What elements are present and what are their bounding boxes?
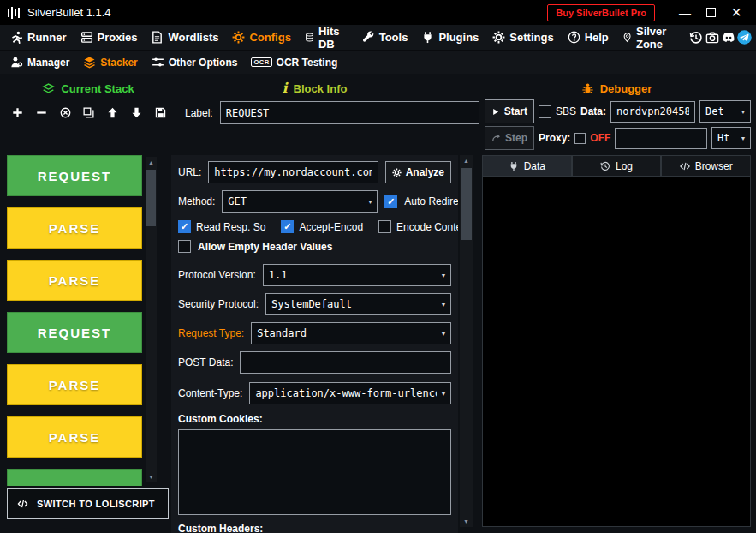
add-block-button[interactable] bbox=[7, 101, 28, 123]
analyze-button[interactable]: Analyze bbox=[385, 161, 451, 183]
content-type-dropdown[interactable]: application/x-www-form-urlencoc ▼ bbox=[249, 382, 451, 404]
tab-data[interactable]: Data bbox=[482, 155, 572, 177]
menu-item-proxies[interactable]: Proxies bbox=[74, 25, 145, 50]
tab-browser[interactable]: Browser bbox=[661, 155, 751, 177]
circle-x-icon bbox=[60, 104, 71, 122]
debug-data-input[interactable] bbox=[610, 101, 695, 123]
save-config-button[interactable] bbox=[150, 101, 171, 123]
menu-label: Settings bbox=[509, 31, 553, 44]
stack-block-parse[interactable]: PARSE bbox=[7, 260, 142, 301]
history-button[interactable] bbox=[688, 25, 704, 50]
auto-redirect-checkbox[interactable] bbox=[384, 195, 397, 208]
tab-label: Log bbox=[616, 160, 633, 172]
menu-item-help[interactable]: Help bbox=[561, 25, 616, 50]
start-button[interactable]: Start bbox=[485, 99, 534, 123]
security-protocol-dropdown[interactable]: SystemDefault ▼ bbox=[265, 293, 451, 315]
post-data-input[interactable] bbox=[240, 351, 451, 374]
submenu-label: OCR Testing bbox=[277, 57, 338, 69]
proxy-label: Proxy: bbox=[539, 132, 570, 144]
scroll-up-icon[interactable]: ▲ bbox=[146, 157, 157, 168]
switch-to-loliscript-button[interactable]: SWITCH TO LOLISCRIPT bbox=[7, 488, 169, 519]
step-button[interactable]: Step bbox=[485, 126, 534, 150]
debugger-row-step: Step Proxy: OFF Ht ▼ bbox=[485, 126, 751, 150]
scrollbar-thumb[interactable] bbox=[461, 168, 472, 240]
encode-content-checkbox[interactable] bbox=[378, 220, 391, 233]
close-button[interactable]: × bbox=[723, 2, 749, 24]
menu-label: Plugins bbox=[438, 31, 479, 44]
scrollbar-track[interactable] bbox=[146, 168, 156, 471]
scroll-down-icon[interactable]: ▼ bbox=[146, 471, 157, 482]
stack-block-parse[interactable]: PARSE bbox=[7, 416, 142, 458]
request-type-dropdown[interactable]: Standard ▼ bbox=[251, 322, 451, 344]
debugger-output-panel bbox=[482, 176, 751, 527]
proxy-status: OFF bbox=[590, 132, 610, 144]
telegram-button[interactable] bbox=[736, 25, 753, 50]
scrollbar-thumb[interactable] bbox=[146, 170, 156, 226]
menu-item-configs[interactable]: Configs bbox=[225, 25, 297, 50]
scroll-down-icon[interactable]: ▼ bbox=[460, 516, 473, 527]
stack-block-parse[interactable]: PARSE bbox=[7, 207, 142, 249]
stack-block-request[interactable]: REQUEST bbox=[7, 155, 142, 196]
move-up-button[interactable] bbox=[102, 101, 123, 123]
submenu-item-ocr-testing[interactable]: OCROCR Testing bbox=[244, 51, 344, 74]
read-resp-checkbox[interactable] bbox=[178, 220, 191, 233]
current-stack-title: Current Stack bbox=[61, 82, 134, 95]
menu-item-silver-zone[interactable]: Silver Zone bbox=[616, 25, 688, 50]
stack-block-request[interactable]: REQUEST bbox=[7, 469, 142, 486]
auto-redirect-label: Auto Redirect bbox=[404, 195, 458, 207]
stack-block-request[interactable]: REQUEST bbox=[7, 312, 142, 353]
clone-block-button[interactable] bbox=[78, 101, 99, 123]
submenu-label: Manager bbox=[27, 57, 69, 69]
debugger-header: Debugger bbox=[482, 79, 751, 98]
tab-log[interactable]: Log bbox=[572, 155, 662, 177]
menu-item-tools[interactable]: Tools bbox=[355, 25, 415, 50]
window-controls: — × bbox=[672, 2, 749, 24]
start-label: Start bbox=[504, 105, 527, 117]
buy-pro-button[interactable]: Buy SilverBullet Pro bbox=[547, 4, 655, 21]
proxy-type-dropdown[interactable]: Ht ▼ bbox=[711, 127, 751, 149]
label-field-input[interactable] bbox=[220, 101, 479, 124]
proxy-input[interactable] bbox=[615, 128, 707, 149]
allow-empty-headers-checkbox[interactable] bbox=[178, 240, 191, 253]
maximize-button[interactable] bbox=[698, 2, 723, 24]
custom-cookies-textarea[interactable] bbox=[178, 429, 451, 515]
stack-scrollbar[interactable]: ▲ ▼ bbox=[146, 157, 157, 482]
submenu-item-other-options[interactable]: Other Options bbox=[145, 51, 245, 74]
menu-item-runner[interactable]: Runner bbox=[3, 25, 74, 50]
stack-block-parse[interactable]: PARSE bbox=[7, 364, 142, 405]
current-stack-header: Current Stack bbox=[7, 79, 170, 98]
block-label-row: Label: bbox=[185, 101, 479, 124]
submenu-item-stacker[interactable]: Stacker bbox=[76, 51, 144, 74]
menu-item-wordlists[interactable]: Wordlists bbox=[144, 25, 225, 50]
submenu-item-manager[interactable]: Manager bbox=[3, 51, 76, 74]
method-dropdown[interactable]: GET ▼ bbox=[222, 190, 378, 213]
debugger-tabs: Data Log Browser bbox=[482, 155, 751, 177]
data-type-dropdown[interactable]: Det ▼ bbox=[699, 100, 751, 123]
telegram-icon bbox=[737, 30, 752, 45]
screenshot-button[interactable] bbox=[704, 25, 720, 50]
accept-encoding-checkbox[interactable] bbox=[281, 220, 294, 233]
protocol-version-dropdown[interactable]: 1.1 ▼ bbox=[263, 264, 451, 286]
disable-block-button[interactable] bbox=[55, 101, 76, 123]
remove-block-button[interactable] bbox=[31, 101, 52, 123]
chevron-down-icon: ▼ bbox=[437, 383, 450, 404]
url-input[interactable] bbox=[208, 161, 378, 183]
data-type-value: Det bbox=[700, 101, 736, 122]
menu-item-plugins[interactable]: Plugins bbox=[414, 25, 485, 50]
menu-item-hits-db[interactable]: Hits DB bbox=[298, 25, 355, 50]
allow-empty-headers-row: Allow Empty Header Values bbox=[178, 240, 451, 253]
read-resp-group: Read Resp. So bbox=[178, 220, 265, 233]
scrollbar-track[interactable] bbox=[461, 166, 472, 516]
proxies-icon bbox=[80, 31, 93, 44]
chevron-down-icon: ▼ bbox=[437, 265, 450, 285]
proxy-checkbox[interactable] bbox=[574, 133, 586, 144]
menu-item-settings[interactable]: Settings bbox=[485, 25, 560, 50]
scroll-up-icon[interactable]: ▲ bbox=[460, 155, 473, 166]
form-scrollbar[interactable]: ▲ ▼ bbox=[460, 155, 473, 527]
minimize-button[interactable]: — bbox=[672, 2, 698, 24]
arrow-up-icon bbox=[107, 104, 118, 122]
discord-button[interactable] bbox=[720, 25, 736, 50]
sbs-checkbox[interactable] bbox=[539, 105, 551, 118]
allow-empty-headers-label: Allow Empty Header Values bbox=[198, 241, 332, 253]
move-down-button[interactable] bbox=[126, 101, 147, 123]
